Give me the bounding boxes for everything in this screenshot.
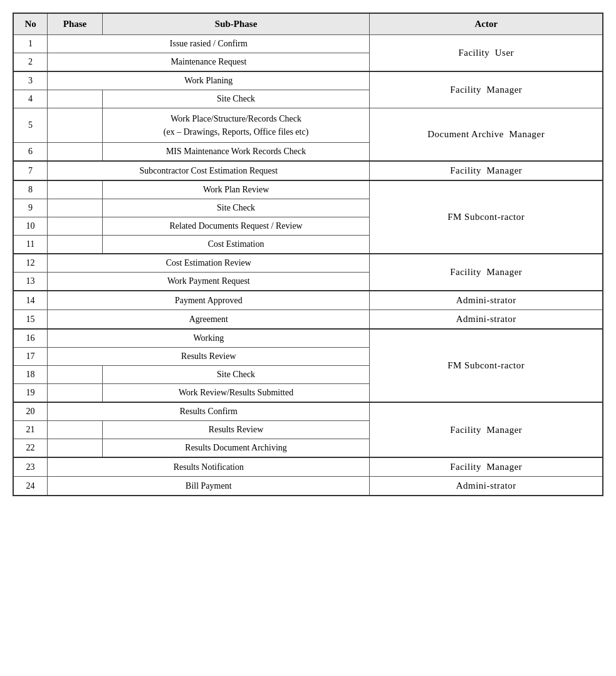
cell-actor: Facility Manager: [370, 161, 603, 180]
table-row: 23 Results Notification Facility Manager: [13, 457, 603, 477]
header-actor: Actor: [370, 13, 603, 35]
cell-subphase: Site Check: [102, 199, 370, 217]
cell-phase: [48, 439, 103, 458]
table-row: 24 Bill Payment Admini-strator: [13, 477, 603, 496]
cell-actor: Facility User: [370, 35, 603, 72]
cell-subphase: Site Check: [102, 90, 370, 108]
cell-subphase: Working: [48, 329, 370, 348]
cell-subphase: Site Check: [102, 366, 370, 384]
cell-subphase: MIS Maintenance Work Records Check: [102, 143, 370, 162]
cell-subphase: Maintenance Request: [48, 53, 370, 72]
table-row: 8 Work Plan Review FM Subcont-ractor: [13, 180, 603, 199]
table-row: 14 Payment Approved Admini-strator: [13, 291, 603, 310]
cell-subphase: Work Place/Structure/Records Check(ex – …: [102, 108, 370, 143]
cell-subphase: Issue rasied / Confirm: [48, 35, 370, 53]
table-row: 16 Working FM Subcont-ractor: [13, 329, 603, 348]
cell-actor: Facility Manager: [370, 254, 603, 291]
cell-no: 11: [13, 236, 48, 254]
cell-subphase: Results Review: [102, 421, 370, 439]
cell-subphase: Work Planing: [48, 71, 370, 90]
cell-phase: [48, 143, 103, 162]
cell-no: 9: [13, 199, 48, 217]
cell-actor: FM Subcont-ractor: [370, 180, 603, 254]
table-row: 1 Issue rasied / Confirm Facility User: [13, 35, 603, 53]
table-row: 3 Work Planing Facility Manager: [13, 71, 603, 90]
cell-subphase: Results Notification: [48, 457, 370, 477]
cell-subphase: Related Documents Request / Review: [102, 217, 370, 236]
cell-phase: [48, 108, 103, 143]
header-subphase: Sub-Phase: [102, 13, 370, 35]
cell-no: 13: [13, 273, 48, 291]
table-row: 7 Subcontractor Cost Estimation Request …: [13, 161, 603, 180]
cell-subphase: Work Plan Review: [102, 180, 370, 199]
cell-no: 17: [13, 348, 48, 366]
cell-no: 12: [13, 254, 48, 273]
cell-phase: [48, 421, 103, 439]
cell-no: 24: [13, 477, 48, 496]
cell-no: 7: [13, 161, 48, 180]
cell-no: 22: [13, 439, 48, 458]
cell-no: 10: [13, 217, 48, 236]
cell-subphase: Payment Approved: [48, 291, 370, 310]
cell-phase: [48, 236, 103, 254]
cell-subphase: Work Payment Request: [48, 273, 370, 291]
header-no: No: [13, 13, 48, 35]
cell-no: 8: [13, 180, 48, 199]
cell-no: 16: [13, 329, 48, 348]
cell-phase: [48, 217, 103, 236]
cell-actor: Admini-strator: [370, 291, 603, 310]
table-row: 5 Work Place/Structure/Records Check(ex …: [13, 108, 603, 143]
cell-no: 19: [13, 384, 48, 403]
cell-phase: [48, 199, 103, 217]
cell-subphase: Work Review/Results Submitted: [102, 384, 370, 403]
cell-phase: [48, 90, 103, 108]
cell-subphase: Cost Estimation: [102, 236, 370, 254]
cell-subphase: Agreement: [48, 310, 370, 330]
cell-subphase: Subcontractor Cost Estimation Request: [48, 161, 370, 180]
cell-no: 15: [13, 310, 48, 330]
cell-subphase: Results Review: [48, 348, 370, 366]
cell-subphase: Bill Payment: [48, 477, 370, 496]
cell-no: 14: [13, 291, 48, 310]
cell-actor: Admini-strator: [370, 310, 603, 330]
cell-no: 3: [13, 71, 48, 90]
cell-no: 4: [13, 90, 48, 108]
table-row: 12 Cost Estimation Review Facility Manag…: [13, 254, 603, 273]
cell-actor: FM Subcont-ractor: [370, 329, 603, 402]
cell-no: 1: [13, 35, 48, 53]
cell-no: 6: [13, 143, 48, 162]
cell-actor: Document Archive Manager: [370, 108, 603, 162]
cell-no: 21: [13, 421, 48, 439]
cell-no: 18: [13, 366, 48, 384]
table-row: 20 Results Confirm Facility Manager: [13, 402, 603, 421]
cell-subphase: Results Confirm: [48, 402, 370, 421]
cell-actor: Facility Manager: [370, 457, 603, 477]
cell-phase: [48, 180, 103, 199]
cell-no: 23: [13, 457, 48, 477]
cell-actor: Admini-strator: [370, 477, 603, 496]
cell-no: 20: [13, 402, 48, 421]
header-phase: Phase: [48, 13, 103, 35]
cell-actor: Facility Manager: [370, 402, 603, 457]
cell-subphase: Cost Estimation Review: [48, 254, 370, 273]
cell-phase: [48, 384, 103, 403]
cell-no: 5: [13, 108, 48, 143]
cell-no: 2: [13, 53, 48, 72]
cell-phase: [48, 366, 103, 384]
cell-subphase: Results Document Archiving: [102, 439, 370, 458]
cell-actor: Facility Manager: [370, 71, 603, 108]
table-row: 15 Agreement Admini-strator: [13, 310, 603, 330]
